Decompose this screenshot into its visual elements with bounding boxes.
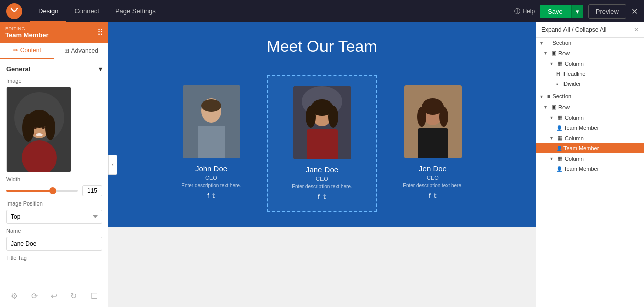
john-name: John Doe [164, 164, 259, 173]
jen-photo [404, 85, 462, 158]
tree-col-1[interactable]: ▾ ▦ Column [536, 58, 644, 69]
team-member-jane[interactable]: Jane Doe CEO Enter description text here… [267, 75, 377, 212]
general-section-header[interactable]: General ▾ [6, 65, 102, 73]
team-member-john[interactable]: John Doe CEO Enter description text here… [156, 75, 267, 212]
nav-tab-design[interactable]: Design [30, 0, 66, 22]
headline1-toggle: H [556, 71, 564, 77]
headline1-label: Headline [564, 71, 640, 77]
width-slider[interactable] [6, 186, 78, 196]
left-panel-bottom-toolbar: ⚙ ⟳ ↩ ↻ ☐ [0, 285, 108, 307]
svg-point-27 [439, 107, 448, 127]
section2-toggle: ▾ [540, 94, 547, 99]
john-desc: Enter description text here. [164, 183, 259, 188]
john-socials: f 𝕥 [164, 192, 259, 199]
left-panel: EDITING Team Member ⠿ ✏ Content ⊞ Advanc… [0, 22, 108, 307]
jen-title: CEO [385, 175, 480, 181]
settings-icon[interactable]: ⚙ [11, 291, 18, 301]
member1-label: Team Member [564, 125, 640, 131]
tree-divider-1[interactable]: ▪ Divider [536, 79, 644, 89]
jen-twitter-icon[interactable]: 𝕥 [434, 192, 437, 199]
svg-point-14 [201, 99, 221, 112]
title-tag-label: Title Tag [6, 255, 102, 261]
jen-socials: f 𝕥 [385, 192, 480, 199]
jane-facebook-icon[interactable]: f [318, 193, 319, 200]
tree-section-2[interactable]: ▾ ≡ Section [536, 91, 644, 101]
name-input[interactable] [6, 237, 102, 251]
row2-icon: ▣ [551, 104, 556, 110]
tree-member-3[interactable]: 👤 Team Member [536, 164, 644, 174]
col1-icon: ▦ [557, 60, 562, 67]
save-dropdown-button[interactable]: ▾ [571, 5, 583, 18]
col1-label: Column [565, 61, 640, 67]
tree-member-2-active[interactable]: 👤 Team Member [536, 143, 644, 153]
svg-point-9 [42, 127, 45, 129]
width-input[interactable] [82, 185, 102, 196]
help-circle-icon: ⓘ [514, 7, 520, 16]
tree-section-1[interactable]: ▾ ≡ Section [536, 38, 644, 48]
row1-icon: ▣ [551, 50, 556, 56]
tree-col-3[interactable]: ▾ ▦ Column [536, 133, 644, 143]
preview-button[interactable]: Preview [588, 4, 626, 19]
row1-toggle: ▾ [544, 50, 551, 56]
editing-label: EDITING [5, 26, 48, 31]
john-photo [183, 85, 240, 158]
tree-member-1[interactable]: 👤 Team Member [536, 123, 644, 133]
tree-col-2[interactable]: ▾ ▦ Column [536, 112, 644, 123]
team-section: Meet Our Team [108, 22, 536, 227]
col3-label: Column [565, 135, 640, 141]
image-preview[interactable] [6, 87, 71, 172]
tree-row-1[interactable]: ▾ ▣ Row [536, 48, 644, 58]
history-icon[interactable]: ⟳ [31, 291, 38, 301]
svg-point-26 [417, 107, 426, 127]
svg-rect-18 [307, 129, 338, 159]
row2-label: Row [558, 104, 640, 110]
right-panel: Expand All / Collapse All ✕ ▾ ≡ Section … [536, 22, 644, 307]
col3-toggle: ▾ [550, 135, 557, 141]
jane-title: CEO [275, 176, 369, 182]
undo-icon[interactable]: ↩ [51, 291, 57, 301]
canvas-inner: Meet Our Team [108, 22, 536, 307]
redo-icon[interactable]: ↻ [70, 291, 77, 301]
divider1-label: Divider [564, 81, 640, 87]
nav-tab-connect[interactable]: Connect [66, 0, 107, 22]
member1-toggle: 👤 [556, 125, 564, 131]
team-divider [247, 60, 397, 60]
svg-point-6 [22, 114, 34, 142]
john-twitter-icon[interactable]: 𝕥 [212, 192, 215, 199]
tab-advanced[interactable]: ⊞ Advanced [54, 43, 109, 59]
member3-toggle: 👤 [556, 166, 564, 172]
jane-name: Jane Doe [275, 165, 369, 174]
app-logo [6, 3, 22, 19]
save-button[interactable]: Save [540, 5, 571, 18]
john-title: CEO [164, 175, 259, 181]
jen-desc: Enter description text here. [385, 183, 480, 188]
help-button[interactable]: ⓘ Help [514, 7, 535, 16]
team-member-jen[interactable]: Jen Doe CEO Enter description text here.… [377, 75, 488, 212]
col4-toggle: ▾ [550, 156, 557, 161]
jen-facebook-icon[interactable]: f [429, 192, 430, 199]
mobile-icon[interactable]: ☐ [91, 291, 98, 301]
col3-icon: ▦ [557, 135, 562, 141]
left-main-content: General ▾ Image [0, 59, 108, 285]
editing-header: EDITING Team Member ⠿ [0, 22, 108, 43]
image-position-select[interactable]: Top Left Right Bottom [6, 210, 102, 224]
advanced-icon: ⊞ [64, 47, 69, 54]
width-field-label: Width [6, 176, 102, 182]
close-right-panel-button[interactable]: ✕ [634, 26, 639, 33]
expand-collapse-label: Expand All / Collapse All [541, 26, 606, 33]
nav-tab-page-settings[interactable]: Page Settings [107, 0, 164, 22]
section1-toggle: ▾ [540, 40, 547, 46]
panel-toggle-button[interactable]: ‹ [108, 155, 117, 175]
image-field-label: Image [6, 78, 102, 84]
general-section: General ▾ Image [0, 59, 108, 267]
john-facebook-icon[interactable]: f [207, 192, 209, 199]
jane-twitter-icon[interactable]: 𝕥 [323, 193, 326, 200]
tree-col-4[interactable]: ▾ ▦ Column [536, 153, 644, 164]
tree-headline-1[interactable]: H Headline [536, 69, 644, 79]
nav-right: ⓘ Help Save ▾ Preview ✕ [514, 4, 638, 19]
tab-content[interactable]: ✏ Content [0, 43, 54, 59]
tree-row-2[interactable]: ▾ ▣ Row [536, 101, 644, 112]
row2-toggle: ▾ [544, 104, 551, 110]
grid-icon[interactable]: ⠿ [97, 28, 103, 37]
close-button[interactable]: ✕ [631, 7, 638, 16]
